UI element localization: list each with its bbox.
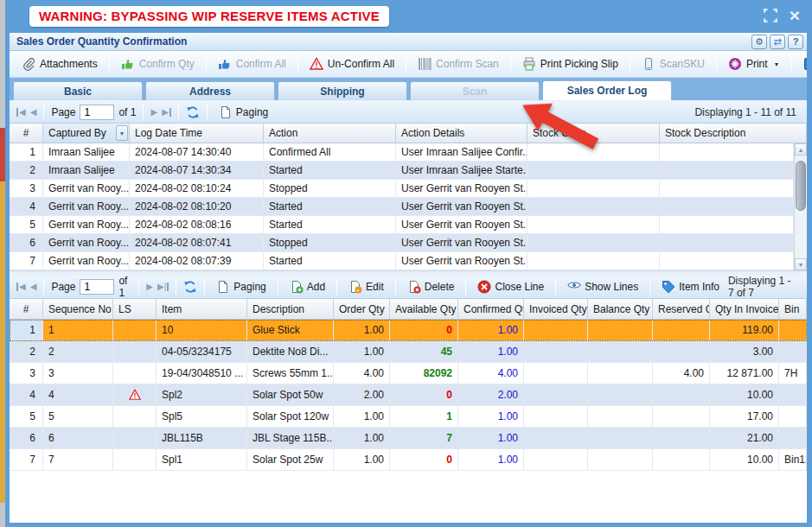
nav-next-icon[interactable]: ▶ xyxy=(150,108,157,117)
refresh-icon[interactable] xyxy=(186,105,200,119)
add-button[interactable]: Add xyxy=(285,278,329,295)
column-header-reserved-qty[interactable]: Reserved Qty xyxy=(653,299,710,320)
tab-shipping[interactable]: Shipping xyxy=(278,81,407,100)
column-header-balance-qty[interactable]: Balance Qty xyxy=(588,299,653,320)
line-row[interactable]: 5 5 Spl5 Solar Spot 120w 1.00 1 1.00 17.… xyxy=(10,406,807,428)
nav-prev-icon[interactable]: ◀ xyxy=(30,108,37,117)
page-icon xyxy=(216,280,230,294)
cell-qty-in-invoice: 10.00 xyxy=(710,384,779,406)
cell-reserved-qty xyxy=(653,341,710,363)
cell-invoiced-qty xyxy=(524,428,588,449)
attachments-button[interactable]: Attachments xyxy=(16,54,103,73)
unconfirm-all-button[interactable]: Un-Confirm All xyxy=(304,54,400,73)
column-header-captured-by[interactable]: Captured By▼ xyxy=(43,124,130,143)
line-row[interactable]: 2 2 04-05/3234175 Dektite No8 Di... 1.00… xyxy=(10,341,807,363)
log-row[interactable]: 4 Gerrit van Rooy... 2024-08-02 08:10:20… xyxy=(10,198,794,216)
log-grid-scrollbar[interactable]: ▲ ▼ xyxy=(794,143,807,270)
column-header-bin[interactable]: Bin xyxy=(779,299,807,320)
nav-first-icon[interactable]: ◀ xyxy=(16,283,26,291)
tab-address[interactable]: Address xyxy=(145,81,275,100)
scrollbar-thumb[interactable] xyxy=(796,161,806,211)
column-header-invoiced-qty[interactable]: Invoiced Qty xyxy=(524,299,588,320)
column-filter-arrow-icon[interactable]: ▼ xyxy=(116,125,128,141)
cell-stock-code xyxy=(527,162,660,180)
column-header-order-qty[interactable]: Order Qty xyxy=(334,299,390,320)
column-header-sequence-no[interactable]: Sequence No xyxy=(43,299,113,320)
log-row[interactable]: 7 Gerrit van Rooy... 2024-08-02 08:07:39… xyxy=(10,252,794,270)
line-row[interactable]: 1 1 10 Glue Stick 1.00 0 1.00 119.00 xyxy=(10,320,807,341)
cell-ls xyxy=(113,363,157,384)
show-lines-button[interactable]: Show Lines xyxy=(563,278,643,295)
help-icon[interactable]: ? xyxy=(788,35,803,49)
cell-row-number: 1 xyxy=(10,143,43,162)
column-header-label: Qty In Invoice xyxy=(715,303,778,315)
cell-confirmed-qty: 1.00 xyxy=(458,449,524,471)
cell-stock-description xyxy=(660,234,794,252)
pager-separator xyxy=(178,105,179,120)
nav-last-icon[interactable]: ▶ xyxy=(162,108,171,117)
toolbar-separator xyxy=(206,56,207,72)
column-header-item[interactable]: Item xyxy=(157,299,247,320)
cell-log-date-time: 2024-08-02 08:07:39 xyxy=(130,252,264,270)
close-x-icon[interactable]: × xyxy=(790,10,800,22)
fullscreen-icon[interactable] xyxy=(764,9,777,22)
edit-button[interactable]: Edit xyxy=(344,278,388,295)
paging-button[interactable]: Paging xyxy=(214,104,272,121)
nav-next-icon[interactable]: ▶ xyxy=(146,283,153,291)
nav-first-icon[interactable]: ◀ xyxy=(16,108,26,117)
log-row[interactable]: 5 Gerrit van Rooy... 2024-08-02 08:08:16… xyxy=(10,216,794,234)
cell-sequence-no: 1 xyxy=(43,320,113,341)
cell-item: 10 xyxy=(157,320,247,341)
paging-button[interactable]: Paging xyxy=(212,278,270,295)
line-row[interactable]: 3 3 19-04/3048510 ... Screws 55mm 1... 4… xyxy=(10,363,807,384)
column-header-available-qty[interactable]: Available Qty xyxy=(390,299,458,320)
cell-row-number: 3 xyxy=(10,363,43,384)
lines-grid-header: #Sequence NoLSItemDescriptionOrder QtyAv… xyxy=(10,299,807,320)
cell-ls xyxy=(113,320,157,341)
sync-icon[interactable]: ⇄ xyxy=(770,35,785,49)
column-header-log-date-time[interactable]: Log Date Time xyxy=(130,124,264,143)
column-header-action[interactable]: Action xyxy=(264,124,396,143)
log-row[interactable]: 3 Gerrit van Rooy... 2024-08-02 08:10:24… xyxy=(10,180,794,198)
column-header-qty-in-invoice[interactable]: Qty In Invoice xyxy=(710,299,779,320)
print-button[interactable]: Print ▼ xyxy=(723,54,785,73)
line-row[interactable]: 4 4 Spl2 Solar Spot 50w 2.00 0 2.00 10.0… xyxy=(10,384,807,406)
scrollbar-track[interactable] xyxy=(795,156,807,258)
nav-prev-icon[interactable]: ◀ xyxy=(30,283,37,291)
column-header-col-0[interactable]: # xyxy=(10,299,43,320)
refresh-icon[interactable] xyxy=(183,280,197,294)
gear-icon[interactable]: ⚙ xyxy=(751,35,767,49)
column-header-ls[interactable]: LS xyxy=(113,299,157,320)
log-row[interactable]: 2 Imraan Salijee 2024-08-07 14:30:34 Sta… xyxy=(10,162,794,180)
log-row[interactable]: 1 Imraan Salijee 2024-08-07 14:30:40 Con… xyxy=(10,143,794,162)
tab-sales-order-log[interactable]: Sales Order Log xyxy=(542,80,672,100)
cell-description: Screws 55mm 1... xyxy=(247,363,334,384)
column-header-action-details[interactable]: Action Details xyxy=(396,124,527,143)
scroll-up-icon[interactable]: ▲ xyxy=(795,143,807,156)
close-line-button[interactable]: Close Line xyxy=(473,278,548,295)
cell-available-qty: 7 xyxy=(390,428,458,449)
cell-stock-description xyxy=(660,198,794,216)
print-picking-slip-button[interactable]: Print Picking Slip xyxy=(517,54,623,73)
cell-row-number: 5 xyxy=(10,406,43,428)
save-button[interactable]: Save xyxy=(798,54,808,73)
page-input[interactable] xyxy=(80,105,114,120)
edit-icon xyxy=(348,280,362,294)
tab-basic[interactable]: Basic xyxy=(13,81,143,100)
page-input[interactable] xyxy=(80,279,114,295)
delete-icon xyxy=(407,280,421,294)
column-header-stock-code[interactable]: Stock Code xyxy=(527,124,660,143)
item-info-button[interactable]: Item Info xyxy=(657,278,724,295)
line-row[interactable]: 7 7 Spl1 Solar Spot 25w 1.00 0 1.00 10.0… xyxy=(10,449,807,471)
column-header-description[interactable]: Description xyxy=(247,299,334,320)
line-row[interactable]: 6 6 JBL115B JBL Stage 115B... 1.00 7 1.0… xyxy=(10,428,807,449)
column-header-stock-description[interactable]: Stock Description xyxy=(660,124,807,143)
column-header-confirmed-qty[interactable]: Confirmed Qty xyxy=(458,299,524,320)
cell-confirmed-qty: 1.00 xyxy=(458,406,524,428)
scroll-down-icon[interactable]: ▼ xyxy=(795,258,807,270)
log-row[interactable]: 6 Gerrit van Rooy... 2024-08-02 08:07:41… xyxy=(10,234,794,252)
delete-button[interactable]: Delete xyxy=(403,278,459,295)
column-header-col-0[interactable]: # xyxy=(10,124,43,143)
cell-ls xyxy=(113,449,157,471)
nav-last-icon[interactable]: ▶| xyxy=(157,283,169,291)
